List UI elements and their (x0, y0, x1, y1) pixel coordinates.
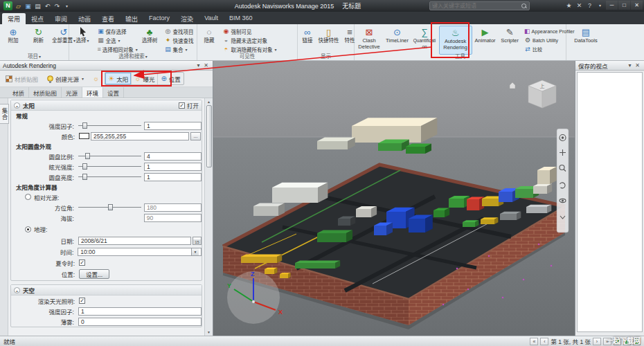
tab-render[interactable]: 渲染 (175, 13, 199, 24)
unhide-all-button[interactable]: ◓取消隐藏所有对象 (222, 45, 291, 53)
quick-properties-button[interactable]: ▯快捷特性 (318, 26, 340, 55)
sun-intensity-value[interactable]: 1 (144, 122, 202, 130)
minimize-button[interactable]: ─ (606, 1, 618, 10)
sign-in-icon[interactable]: ★ (565, 1, 573, 10)
chevron-down-icon[interactable]: ▼ (191, 248, 199, 255)
create-light-button[interactable]: 创建光源 (44, 73, 87, 85)
save-selection-button[interactable]: ▣保存选择 (96, 27, 136, 35)
clash-detective-button[interactable]: ⊠Clash Detective (356, 26, 382, 55)
append-button[interactable]: ⊕附加 (1, 26, 25, 55)
viewport-3d[interactable]: 上 (213, 61, 575, 336)
help-icon[interactable]: ? (586, 1, 593, 10)
collapse-chevron-icon[interactable]: ▴ (14, 102, 20, 109)
scene-canvas[interactable]: 上 (213, 61, 575, 336)
tab-vault[interactable]: Vault (199, 13, 224, 24)
selection-tree-button[interactable]: ♣选择树 (138, 26, 161, 55)
scroll-thumb[interactable] (206, 105, 212, 167)
glow-intensity-slider[interactable] (78, 163, 141, 170)
azimuth-slider[interactable] (78, 203, 141, 211)
sun-color-value[interactable]: 255,255,255 (91, 132, 189, 140)
panel-pin-icon[interactable]: ▾ (626, 62, 634, 69)
tab-settings[interactable]: 设置 (103, 87, 124, 98)
next-sheet-icon[interactable]: › (593, 338, 601, 345)
tab-output[interactable]: 输出 (120, 13, 143, 24)
sky-section-header[interactable]: ▴ 天空 (11, 285, 202, 295)
slider-thumb[interactable] (82, 163, 87, 170)
scroll-down-icon[interactable]: ▼ (207, 329, 211, 336)
sun-position-button[interactable]: ☼ (89, 73, 102, 85)
material-mapping-button[interactable]: 材质贴图 (2, 73, 42, 85)
search-icon[interactable] (521, 3, 527, 9)
tab-viewpoint[interactable]: 视点 (26, 13, 49, 24)
first-sheet-icon[interactable]: « (530, 338, 538, 345)
slider-thumb[interactable] (82, 122, 87, 129)
refresh-button[interactable]: ↻刷新 (27, 26, 51, 55)
haze-value[interactable]: 0 (78, 318, 202, 326)
saved-viewpoints-titlebar[interactable]: 保存的视点 ▾ ✕ (575, 61, 644, 71)
disk-scale-value[interactable]: 4 (144, 152, 202, 161)
navigation-bar[interactable] (557, 129, 569, 233)
tab-lighting[interactable]: 光源 (62, 87, 82, 98)
location-toggle-button[interactable]: ⊕位置 (158, 73, 183, 84)
tab-view[interactable]: 查看 (96, 13, 120, 24)
panel-scrollbar[interactable]: ▲ ▼ (204, 98, 213, 336)
require-button[interactable]: ◉强制可见 (222, 27, 291, 35)
tab-factory[interactable]: Factory (143, 13, 175, 24)
search-input[interactable] (432, 3, 520, 9)
find-items-button[interactable]: ◎查找项目 (163, 27, 199, 35)
relative-light-radio[interactable] (25, 194, 31, 200)
maximize-button[interactable]: □ (618, 1, 630, 10)
date-value[interactable]: 2008/6/21 (78, 237, 191, 245)
quantification-button[interactable]: ∑Quantification (412, 26, 437, 55)
tab-home[interactable]: 常用 (2, 13, 26, 24)
disk-scale-slider[interactable] (78, 152, 141, 160)
color-picker-button[interactable]: ... (190, 132, 201, 140)
exposure-toggle-button[interactable]: ☼曝光 (132, 73, 158, 84)
redo-icon[interactable]: ↷ (53, 2, 61, 10)
tab-environments[interactable]: 环境 (82, 87, 103, 98)
calendar-icon[interactable]: 15 (193, 237, 202, 245)
autodesk-rendering-button[interactable]: ♨Autodesk Rendering (439, 26, 472, 55)
sun-intensity-slider[interactable] (78, 122, 141, 129)
dst-checkbox[interactable] (79, 260, 85, 266)
scroll-up-icon[interactable]: ▲ (207, 98, 211, 105)
disk-brightness-value[interactable]: 1 (144, 173, 202, 181)
disk-brightness-slider[interactable] (78, 173, 141, 181)
azimuth-value[interactable]: 180 (144, 203, 202, 212)
hide-button[interactable]: ○隐藏 (199, 26, 220, 55)
qat-dropdown-icon[interactable]: ▾ (63, 2, 71, 10)
scripter-button[interactable]: ✎Scripter (499, 26, 521, 55)
rendering-panel-titlebar[interactable]: Autodesk Rendering ▾ ✕ (0, 61, 213, 71)
saved-viewpoints-list[interactable] (577, 72, 643, 332)
save-icon[interactable]: ▣ (24, 2, 32, 10)
sets-button[interactable]: ▤集合 (163, 45, 199, 53)
hide-unselected-button[interactable]: ◒隐藏未选定对象 (222, 36, 291, 44)
slider-thumb[interactable] (108, 204, 113, 210)
selection-group-label[interactable]: 选择和搜索 (69, 53, 197, 60)
slider-thumb[interactable] (85, 153, 90, 159)
panel-close-icon[interactable]: ✕ (202, 62, 210, 69)
previous-sheet-icon[interactable]: ‹ (540, 338, 548, 345)
sky-intensity-value[interactable]: 1 (78, 307, 202, 316)
select-same-button[interactable]: ≡选择相同对象 (96, 45, 136, 53)
altitude-value[interactable]: 90 (144, 214, 202, 222)
viewcube-top-label[interactable]: 上 (540, 83, 545, 89)
render-skylight-checkbox[interactable] (79, 298, 85, 304)
panel-close-icon[interactable]: ✕ (634, 62, 641, 69)
time-combo[interactable]: 10:00▼ (78, 248, 202, 256)
project-group-label[interactable]: 项目 (0, 53, 69, 60)
geographic-radio[interactable] (25, 226, 31, 233)
exchange-apps-icon[interactable]: ✕ (575, 1, 583, 10)
panel-pin-icon[interactable]: ▾ (195, 62, 202, 69)
sun-toggle-button[interactable]: ☀太阳 (105, 73, 132, 84)
sun-section-header[interactable]: ▴ 太阳 打开 (11, 100, 202, 111)
select-all-button[interactable]: ▦全选 (96, 36, 136, 44)
slider-thumb[interactable] (82, 174, 87, 180)
tab-animation[interactable]: 动画 (73, 13, 96, 24)
collapse-chevron-icon[interactable]: ▴ (14, 287, 20, 293)
tab-materials[interactable]: 材质 (8, 87, 29, 98)
animator-button[interactable]: ▶Animator (474, 26, 497, 55)
print-icon[interactable]: ▤ (34, 2, 42, 10)
tab-bim360[interactable]: BIM 360 (224, 13, 258, 24)
help-search-box[interactable] (429, 1, 530, 10)
